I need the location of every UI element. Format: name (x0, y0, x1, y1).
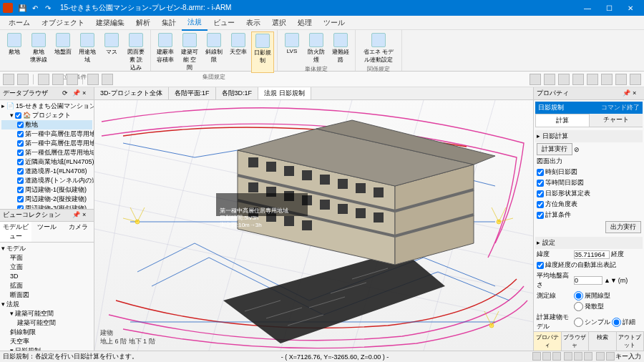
viewport[interactable]: 3D-プロジェクト全体 各階平面:1F 各階3D:1F 法規 日影規制 (94, 87, 533, 351)
ts-icon[interactable] (17, 74, 29, 85)
model-radio-1[interactable] (574, 318, 583, 327)
ts-icon[interactable] (558, 74, 570, 85)
prop-tab-calc[interactable]: 計算 (535, 114, 590, 127)
vp-tab-shadow[interactable]: 法規 日影規制 (258, 87, 311, 99)
tab-edit[interactable]: 建築編集 (90, 16, 130, 30)
avg-input[interactable] (574, 276, 602, 285)
rb-escape[interactable]: 避難経路 (329, 31, 352, 65)
close-icon[interactable]: × (82, 89, 91, 98)
pin-icon[interactable]: 📌 (72, 89, 81, 98)
tab-select[interactable]: 選択 (266, 16, 292, 30)
ts-icon[interactable] (587, 74, 598, 85)
ts-icon[interactable] (3, 74, 14, 85)
rb-lvs[interactable]: LVS (280, 31, 303, 65)
rb-import[interactable]: 図面要素 読込み (125, 31, 147, 73)
close-icon[interactable]: × (82, 211, 91, 220)
view-collection-header: ビューコレクション 📌× (0, 209, 94, 222)
minimize-button[interactable]: — (577, 0, 598, 16)
ts-icon[interactable] (544, 74, 555, 85)
close-icon[interactable]: × (633, 89, 641, 98)
canvas-3d[interactable]: 第一種中高層住居専用地域 日影時間:5h/3h 測定面:10m→3h (94, 100, 533, 351)
ts-icon[interactable] (38, 74, 49, 85)
prop-tab-chart[interactable]: チャート (590, 114, 643, 127)
rb-fire[interactable]: 防火防煙 (305, 31, 328, 65)
chk-auto[interactable] (537, 262, 544, 269)
vc-tab-tool[interactable]: ツール (31, 222, 63, 242)
lat-input[interactable] (574, 250, 610, 259)
close-button[interactable]: ✕ (620, 0, 641, 16)
chk-out-4[interactable] (537, 212, 544, 219)
rtab-output[interactable]: アウトプット (617, 332, 645, 351)
vc-tab-model[interactable]: モデルビュー (0, 222, 31, 242)
chk-out-3[interactable] (537, 201, 544, 208)
status-coords: - ( X=7126.76, Y=-3265.60, Z=0.00 ) - (138, 353, 532, 361)
rb-energy[interactable]: 省エネ モデル連動設定 (358, 31, 399, 65)
tab-display[interactable]: 表示 (240, 16, 266, 30)
pin-icon[interactable]: 📌 (623, 89, 631, 98)
rtab-search[interactable]: 検索 (589, 332, 617, 351)
rb-zone[interactable]: 用途地域 (76, 31, 99, 73)
rb-ground[interactable]: 地盤面 (52, 31, 74, 73)
qat-undo-icon[interactable]: ↶ (30, 3, 40, 13)
menu-bar: ホーム オブジェクト 建築編集 解析 集計 法規 ビュー 表示 選択 処理 ツー… (0, 16, 644, 30)
chk-out-2[interactable] (537, 190, 544, 197)
ts-icon[interactable] (572, 74, 584, 85)
chk-out-0[interactable] (537, 169, 544, 176)
ts-icon[interactable] (67, 74, 78, 85)
qat-save-icon[interactable]: 💾 (17, 3, 27, 13)
qat-redo-icon[interactable]: ↷ (43, 3, 53, 13)
meas-radio-2[interactable] (574, 302, 583, 311)
status-icons (532, 352, 615, 362)
tab-analysis[interactable]: 解析 (130, 16, 156, 30)
svg-line-54 (484, 311, 492, 326)
stop-icon[interactable]: ⊘ (574, 146, 580, 153)
view-collection-tree[interactable]: ▾モデル 平面 立面 3D 拡面 断面図 ▾法規 ▾建築可能空間 建築可能空間 … (0, 243, 94, 351)
ts-icon[interactable] (615, 74, 627, 85)
command-end-link[interactable]: コマンド終了 (601, 103, 640, 112)
svg-line-48 (123, 218, 137, 222)
properties-panel: プロパティ📌× 日影規制コマンド終了 計算 チャート ▸ 日影計算 計算実行 ⊘… (533, 87, 644, 351)
vp-tab-3df[interactable]: 各階3D:1F (216, 87, 259, 99)
calc-run-button[interactable]: 計算実行 (537, 143, 572, 155)
rtab-prop[interactable]: プロパティ (534, 332, 562, 351)
svg-rect-56 (216, 193, 308, 216)
refresh-icon[interactable]: ⟳ (62, 89, 71, 98)
vp-tab-plan[interactable]: 各階平面:1F (169, 87, 216, 99)
rb-mass[interactable]: マス (100, 31, 123, 73)
vc-tab-camera[interactable]: カメラ (62, 222, 94, 242)
model-radio-2[interactable] (612, 318, 621, 327)
tab-tally[interactable]: 集計 (156, 16, 182, 30)
ts-icon[interactable] (102, 74, 113, 85)
svg-rect-32 (374, 187, 384, 197)
ts-icon[interactable] (601, 74, 613, 85)
rtab-browser[interactable]: ブラウザャ (562, 332, 590, 351)
maximize-button[interactable]: ☐ (598, 0, 620, 16)
vp-tab-3d[interactable]: 3D-プロジェクト全体 (94, 87, 169, 99)
tab-object[interactable]: オブジェクト (36, 16, 90, 30)
pin-icon[interactable]: 📌 (72, 211, 81, 220)
rb-shadow[interactable]: 日影規制 (251, 31, 274, 73)
rb-boundary[interactable]: 敷地 境界線 (27, 31, 50, 73)
rb-site[interactable]: 敷地 (3, 31, 26, 73)
rb-buildable[interactable]: 建築可能 空間 (178, 31, 201, 73)
tab-process[interactable]: 処理 (292, 16, 318, 30)
ts-icon[interactable] (87, 74, 99, 85)
ts-icon[interactable] (630, 74, 641, 85)
rb-bcr[interactable]: 建蔽率 容積率 (154, 31, 177, 73)
tab-tool[interactable]: ツール (318, 16, 351, 30)
tab-home[interactable]: ホーム (3, 16, 36, 30)
rb-slant[interactable]: 斜線制限 (203, 31, 225, 73)
rb-sky[interactable]: 天空率 (227, 31, 250, 73)
data-browser-tree[interactable]: ▸📄15-せきまち公園マンション-プレゼン-8 ▾🏠プロジェクト 敷地 第一種中… (0, 100, 94, 209)
viewport-tabs: 3D-プロジェクト全体 各階平面:1F 各階3D:1F 法規 日影規制 (94, 87, 533, 100)
status-bar: 日影規制：各設定を行い日影計算を行います。 - ( X=7126.76, Y=-… (0, 351, 644, 362)
tab-houki[interactable]: 法規 (182, 15, 208, 31)
ts-icon[interactable] (52, 74, 64, 85)
svg-rect-30 (338, 179, 348, 189)
tab-view[interactable]: ビュー (208, 16, 240, 30)
chk-out-1[interactable] (537, 180, 544, 187)
svg-line-46 (130, 207, 137, 222)
meas-radio-1[interactable] (574, 291, 583, 300)
ts-icon[interactable] (530, 74, 541, 85)
output-run-button[interactable]: 出力実行 (605, 221, 641, 233)
